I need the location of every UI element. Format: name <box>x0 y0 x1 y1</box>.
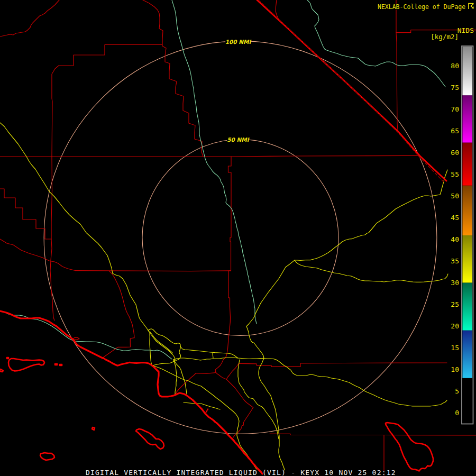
colorbar-tick-label: 65 <box>451 127 459 135</box>
colorbar-tick-label: 60 <box>451 149 459 157</box>
colorbar-tick-label: 75 <box>451 84 459 91</box>
colorbar-tick-label: 30 <box>451 279 459 287</box>
islands-path <box>55 364 57 365</box>
colorbar-tick-label: 20 <box>451 322 459 330</box>
islands-path <box>7 358 8 359</box>
colorbar-segment-blue <box>462 331 472 378</box>
colorbar-tick-label: 0 <box>455 409 459 417</box>
colorbar-segment-yellow <box>462 235 472 282</box>
colorbar-segment-gray <box>462 47 472 95</box>
colorbar-tick-label: 70 <box>451 105 459 113</box>
colorbar-tick-label: 55 <box>451 170 459 178</box>
header-title: NEXLAB-College of DuPage <box>378 3 465 11</box>
colorbar-tick-label: 35 <box>451 257 459 265</box>
map-background <box>0 0 476 476</box>
colorbar-segment-teal <box>462 282 472 330</box>
colorbar-segment-red <box>462 143 472 186</box>
footer-product-line: DIGITAL VERTICALLY INTEGRATED LIQUID (VI… <box>86 469 396 476</box>
colorbar-segment-orange <box>462 186 472 235</box>
radar-map: 100 NMI50 NMI 05101520253035404550556065… <box>0 0 476 476</box>
colorbar-tick-label: 45 <box>451 214 459 222</box>
islands-path <box>60 364 62 365</box>
colorbar-segment-magenta <box>462 95 472 142</box>
radar-viewer: 100 NMI50 NMI 05101520253035404550556065… <box>0 0 476 476</box>
colorbar-tick-label: 25 <box>451 300 459 308</box>
colorbar-tick-label: 10 <box>451 365 459 373</box>
colorbar-tick-label: 80 <box>451 62 459 70</box>
colorbar-unit: [kg/m2] <box>431 33 459 41</box>
colorbar-title: NIDS <box>457 26 474 34</box>
ring-label: 100 NMI <box>225 39 252 45</box>
county-borders-path <box>76 271 231 271</box>
colorbar-segment-black <box>462 378 472 424</box>
colorbar-tick-label: 40 <box>451 235 459 243</box>
colorbar-tick-label: 5 <box>455 387 459 395</box>
ring-label: 50 NMI <box>227 136 250 143</box>
colorbar-tick-label: 50 <box>451 192 459 200</box>
colorbar-tick-label: 15 <box>451 344 459 352</box>
